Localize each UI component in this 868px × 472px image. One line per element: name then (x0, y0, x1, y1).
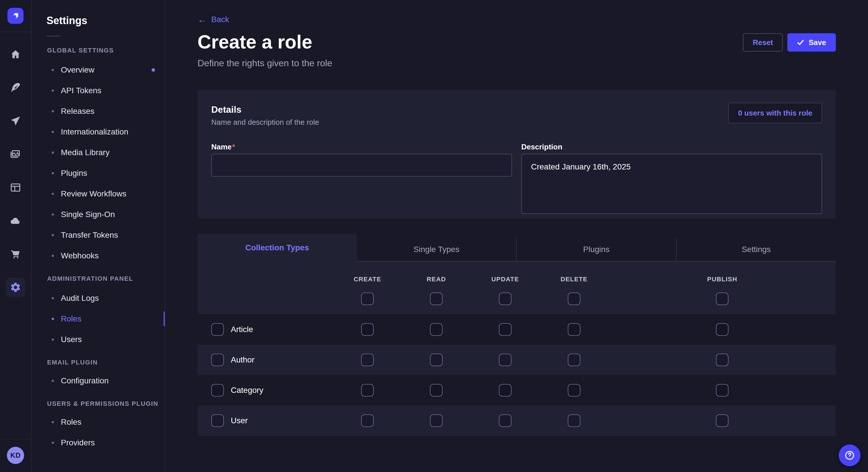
sidebar-item-roles-admin[interactable]: Roles (32, 308, 165, 329)
select-all-create-checkbox[interactable] (361, 293, 374, 305)
strapi-logo-icon[interactable] (7, 8, 24, 24)
sidebar-title: Settings (32, 12, 165, 29)
title-divider (46, 36, 60, 37)
permission-checkbox-author-update[interactable] (499, 353, 512, 366)
select-all-read-checkbox[interactable] (430, 293, 443, 305)
reset-button[interactable]: Reset (743, 33, 783, 52)
bullet-icon (52, 90, 54, 92)
permission-checkbox-author-create[interactable] (361, 353, 374, 366)
permission-checkbox-article-publish[interactable] (716, 323, 728, 336)
sidebar-item-plugins[interactable]: Plugins (32, 163, 165, 183)
name-input[interactable] (211, 154, 512, 177)
permission-checkbox-category-create[interactable] (361, 384, 374, 397)
section-heading-email-plugin: EMAIL PLUGIN (32, 358, 165, 367)
permissions-panel: CREATE READ UPDATE DELETE PUBLISH (197, 262, 836, 436)
sidebar-item-overview[interactable]: Overview (32, 60, 165, 80)
permission-checkbox-author-read[interactable] (430, 353, 443, 366)
description-textarea[interactable]: Created January 16th, 2025 (521, 154, 822, 214)
settings-gear-icon[interactable] (6, 278, 25, 297)
column-read: READ (402, 275, 471, 305)
rail-footer: KD (0, 439, 31, 472)
marketplace-cart-icon[interactable] (6, 244, 25, 264)
help-button[interactable] (839, 444, 861, 466)
row-select-checkbox[interactable] (211, 384, 224, 397)
row-name-cell: Article (211, 323, 333, 336)
releases-plane-icon[interactable] (6, 111, 25, 131)
sidebar-item-providers[interactable]: Providers (32, 432, 165, 453)
sidebar-item-media-library[interactable]: Media Library (32, 142, 165, 163)
section-list-global-settings: Overview API Tokens Releases Internation… (32, 60, 165, 266)
sidebar-item-users[interactable]: Users (32, 329, 165, 350)
permission-checkbox-article-delete[interactable] (568, 323, 580, 336)
tab-plugins[interactable]: Plugins (516, 238, 676, 262)
select-all-delete-checkbox[interactable] (568, 293, 580, 305)
permission-checkbox-user-delete[interactable] (568, 414, 580, 427)
notification-dot (152, 68, 155, 72)
details-card: Details Name and description of the role… (197, 90, 836, 218)
permission-checkbox-category-delete[interactable] (568, 384, 580, 397)
strapi-admin-app: KD Settings GLOBAL SETTINGS Overview API… (0, 0, 868, 472)
details-fields: Name* Description Created January 16th, … (211, 142, 822, 216)
permission-checkbox-category-publish[interactable] (716, 384, 728, 397)
section-list-administration-panel: Audit Logs Roles Users (32, 288, 165, 350)
permission-checkbox-author-publish[interactable] (716, 353, 728, 366)
tab-collection-types[interactable]: Collection Types (197, 234, 357, 262)
user-avatar[interactable]: KD (7, 447, 24, 464)
permission-checkbox-category-update[interactable] (499, 384, 512, 397)
sidebar-item-internationalization[interactable]: Internationalization (32, 122, 165, 142)
row-select-checkbox[interactable] (211, 353, 224, 366)
table-row-category: Category (197, 375, 836, 405)
select-all-publish-checkbox[interactable] (716, 293, 728, 305)
permission-checkbox-user-create[interactable] (361, 414, 374, 427)
tab-single-types[interactable]: Single Types (357, 238, 516, 262)
back-arrow-icon: ← (197, 15, 207, 24)
permission-checkbox-article-read[interactable] (430, 323, 443, 336)
description-field-group: Description Created January 16th, 2025 (521, 142, 822, 216)
rail-icon-list (6, 45, 25, 439)
question-mark-icon (844, 450, 856, 461)
sidebar-item-audit-logs[interactable]: Audit Logs (32, 288, 165, 308)
tab-settings[interactable]: Settings (676, 238, 836, 262)
sidebar-item-webhooks[interactable]: Webhooks (32, 245, 165, 266)
permission-checkbox-article-create[interactable] (361, 323, 374, 336)
bullet-icon (52, 421, 54, 423)
sidebar-item-roles-up[interactable]: Roles (32, 412, 165, 432)
permission-checkbox-user-publish[interactable] (716, 414, 728, 427)
back-link[interactable]: ← Back (197, 14, 229, 25)
table-row-article: Article (197, 314, 836, 345)
main-nav-rail: KD (0, 0, 32, 472)
permission-checkbox-article-update[interactable] (499, 323, 512, 336)
row-select-checkbox[interactable] (211, 414, 224, 427)
media-library-images-icon[interactable] (6, 144, 25, 164)
bullet-icon (52, 255, 54, 257)
check-icon (797, 39, 804, 46)
table-row-user: User (197, 405, 836, 436)
section-heading-users-permissions-plugin: USERS & PERMISSIONS PLUGIN (32, 399, 165, 408)
permission-checkbox-author-delete[interactable] (568, 353, 580, 366)
sidebar-item-review-workflows[interactable]: Review Workflows (32, 183, 165, 204)
required-asterisk: * (232, 142, 235, 151)
permission-checkbox-user-read[interactable] (430, 414, 443, 427)
sidebar-item-single-sign-on[interactable]: Single Sign-On (32, 204, 165, 225)
sidebar-item-releases[interactable]: Releases (32, 101, 165, 122)
cloud-icon[interactable] (6, 211, 25, 231)
bullet-icon (52, 110, 54, 112)
sidebar-item-api-tokens[interactable]: API Tokens (32, 80, 165, 101)
page-title: Create a role (197, 30, 836, 54)
sidebar-item-transfer-tokens[interactable]: Transfer Tokens (32, 225, 165, 245)
bullet-icon (52, 193, 54, 195)
permission-checkbox-category-read[interactable] (430, 384, 443, 397)
sidebar-item-configuration[interactable]: Configuration (32, 370, 165, 391)
permission-checkbox-user-update[interactable] (499, 414, 512, 427)
content-manager-layout-icon[interactable] (6, 178, 25, 197)
home-icon[interactable] (6, 45, 25, 64)
main-content: ← Back Create a role Define the rights g… (165, 0, 868, 472)
select-all-update-checkbox[interactable] (499, 293, 512, 305)
bullet-icon (52, 442, 54, 444)
row-select-checkbox[interactable] (211, 323, 224, 336)
page-subtitle: Define the rights given to the role (197, 57, 836, 69)
users-with-role-button[interactable]: 0 users with this role (728, 103, 822, 123)
permissions-tabs: Collection Types Single Types Plugins Se… (197, 234, 836, 262)
save-button[interactable]: Save (787, 33, 836, 52)
content-builder-feather-icon[interactable] (6, 78, 25, 98)
